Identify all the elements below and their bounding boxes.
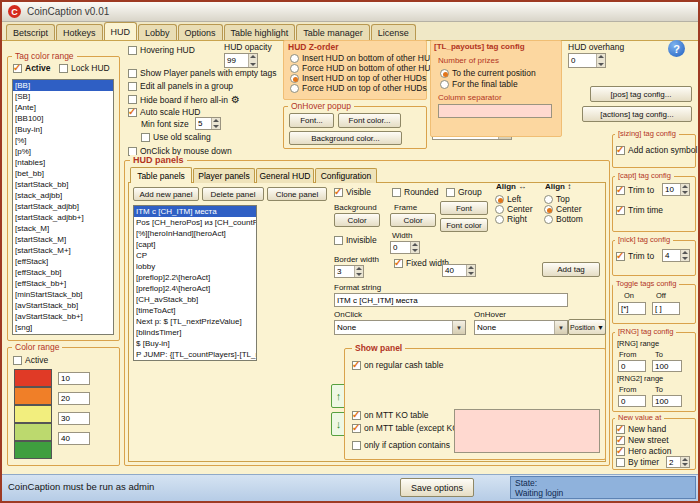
new-street-checkbox[interactable]: New street xyxy=(616,435,669,445)
color-swatch[interactable] xyxy=(14,387,52,405)
zorder-force-top-radio[interactable]: Force HUD on top of other HUDs xyxy=(290,83,427,93)
list-item[interactable]: [effStack_bb+] xyxy=(13,278,113,289)
panel-list-item[interactable]: [blindsTimer] xyxy=(134,327,256,338)
panel-list-item[interactable]: [capt] xyxy=(134,239,256,250)
panel-font-color-button[interactable]: Font color xyxy=(440,218,488,232)
column-separator-input[interactable] xyxy=(438,104,552,118)
tab-table-highlight[interactable]: Table highlight xyxy=(224,24,296,40)
nick-trim-spinner[interactable]: 4 xyxy=(662,249,690,262)
align-hcenter-radio[interactable]: Center xyxy=(495,204,533,214)
font-button[interactable]: Font... xyxy=(289,113,334,128)
spinner-down-icon[interactable] xyxy=(597,61,605,68)
spinner-down-icon[interactable] xyxy=(411,248,419,254)
edit-all-panels-checkbox[interactable]: Edit all panels in a group xyxy=(128,81,233,91)
panel-font-button[interactable]: Font xyxy=(440,201,488,215)
panel-list-item[interactable]: ITM с [CH_ITM] места xyxy=(134,206,256,217)
help-icon[interactable]: ? xyxy=(668,40,685,57)
list-item[interactable]: [startStack_M+] xyxy=(13,245,113,256)
align-top-radio[interactable]: Top xyxy=(544,194,570,204)
only-if-caption-contains-checkbox[interactable]: only if caption contains xyxy=(352,440,450,450)
tab-configuration[interactable]: Configuration xyxy=(315,168,377,183)
color-range-active-checkbox[interactable]: Active xyxy=(13,355,48,365)
nick-trim-to-checkbox[interactable]: Trim to xyxy=(616,251,654,261)
tab-hud[interactable]: HUD xyxy=(104,22,138,40)
list-item[interactable]: [effStack] xyxy=(13,256,113,267)
color-swatch[interactable] xyxy=(14,441,52,459)
tag-active-checkbox[interactable]: Active xyxy=(13,63,51,73)
by-timer-spinner[interactable]: 2 xyxy=(666,456,690,468)
min-font-size-spinner[interactable]: 5 xyxy=(195,117,221,130)
frame-color-picker-button[interactable]: Color xyxy=(390,213,436,227)
format-string-input[interactable]: ITM с [CH_ITM] места xyxy=(334,293,568,307)
list-item[interactable]: [startStack_M] xyxy=(13,234,113,245)
panel-list-item[interactable]: lobby xyxy=(134,261,256,272)
visible-checkbox[interactable]: Visible xyxy=(334,187,371,197)
caption-contains-input[interactable] xyxy=(454,409,600,453)
font-color-button[interactable]: Font color... xyxy=(338,113,401,128)
list-item[interactable]: [stack_M] xyxy=(13,223,113,234)
actions-tag-config-button[interactable]: [actions] tag config... xyxy=(582,106,692,122)
delete-panel-button[interactable]: Delete panel xyxy=(202,187,264,201)
spinner-down-icon[interactable] xyxy=(249,61,257,68)
list-item[interactable]: [avStartStack_bb] xyxy=(13,300,113,311)
spinner-down-icon[interactable] xyxy=(355,272,363,278)
prizes-final-table-radio[interactable]: For the final table xyxy=(440,79,518,89)
on-mtt-ko-table-checkbox[interactable]: on MTT KO table xyxy=(352,410,429,420)
spinner-down-icon[interactable] xyxy=(681,462,689,467)
save-options-button[interactable]: Save options xyxy=(400,478,474,497)
spinner-down-icon[interactable] xyxy=(681,256,689,262)
color-swatch[interactable] xyxy=(14,369,52,387)
fixed-width-checkbox[interactable]: Fixed width xyxy=(394,258,449,268)
list-item[interactable]: [stack_adjbb] xyxy=(13,190,113,201)
panel-list-item[interactable]: [timeToAct] xyxy=(134,305,256,316)
panel-list-item[interactable]: [preflop]2.4\[heroAct] xyxy=(134,283,256,294)
list-item[interactable]: [BB100] xyxy=(13,113,113,124)
panel-list-item[interactable]: P JUMP: {[TL_countPlayers]-[TL_nextPrize… xyxy=(134,349,256,360)
clone-panel-button[interactable]: Clone panel xyxy=(267,187,327,201)
by-timer-checkbox[interactable]: By timer xyxy=(616,457,659,467)
tab-lobby[interactable]: Lobby xyxy=(138,24,177,40)
zorder-insert-top-radio[interactable]: Insert HUD on top of other HUDs xyxy=(290,73,426,83)
capt-trim-to-checkbox[interactable]: Trim to xyxy=(616,185,654,195)
tab-hotkeys[interactable]: Hotkeys xyxy=(56,24,103,40)
onclick-dropdown[interactable]: None xyxy=(334,320,466,335)
list-item[interactable]: [SB] xyxy=(13,91,113,102)
align-right-radio[interactable]: Right xyxy=(495,214,527,224)
toggle-on-input[interactable]: [*] xyxy=(618,302,646,315)
list-item[interactable]: [startStack_bb] xyxy=(13,179,113,190)
align-bottom-radio[interactable]: Bottom xyxy=(544,214,583,224)
new-hand-checkbox[interactable]: New hand xyxy=(616,424,666,434)
tab-options[interactable]: Options xyxy=(178,24,223,40)
list-item[interactable]: [bet_bb] xyxy=(13,168,113,179)
hud-opacity-spinner[interactable]: 99 xyxy=(224,53,258,68)
hovering-hud-checkbox[interactable]: Hovering HUD xyxy=(128,45,195,55)
color-swatch[interactable] xyxy=(14,405,52,423)
hud-overhang-spinner[interactable]: 0 xyxy=(568,53,606,68)
gear-icon[interactable]: ⚙ xyxy=(231,94,240,105)
list-item[interactable]: [startStack_adjbb] xyxy=(13,201,113,212)
rounded-checkbox[interactable]: Rounded xyxy=(392,187,439,197)
panel-list-item[interactable]: [%][heroInHand][heroAct] xyxy=(134,228,256,239)
tab-player-panels[interactable]: Player panels xyxy=(193,168,255,183)
spinner-down-icon[interactable] xyxy=(212,124,220,130)
list-item[interactable]: [p%] xyxy=(13,146,113,157)
border-width-spinner[interactable]: 3 xyxy=(334,265,364,278)
panel-list-item[interactable]: Next p: $ [TL_nextPrizeValue] xyxy=(134,316,256,327)
color-swatch[interactable] xyxy=(14,423,52,441)
position-button[interactable]: Position ▼ xyxy=(568,319,606,335)
rng1-to-input[interactable]: 100 xyxy=(652,360,682,372)
zorder-insert-bottom-radio[interactable]: Insert HUD on bottom of other HUDs xyxy=(290,53,440,63)
use-old-scaling-checkbox[interactable]: Use old scaling xyxy=(141,132,211,142)
range-value-input[interactable]: 40 xyxy=(58,432,90,445)
list-item[interactable]: [effStack_bb] xyxy=(13,267,113,278)
auto-scale-hud-checkbox[interactable]: Auto scale HUD xyxy=(128,107,200,117)
list-item[interactable]: [minStartStack_bb] xyxy=(13,289,113,300)
tab-table-panels[interactable]: Table panels xyxy=(130,167,192,183)
rng2-from-input[interactable]: 0 xyxy=(618,395,646,407)
add-new-panel-button[interactable]: Add new panel xyxy=(133,187,199,201)
on-mtt-table-checkbox[interactable]: on MTT table (except KO) xyxy=(352,423,462,433)
list-item[interactable]: [Buy-in] xyxy=(13,124,113,135)
spinner-down-icon[interactable] xyxy=(681,190,689,196)
range-value-input[interactable]: 20 xyxy=(58,392,90,405)
align-vcenter-radio[interactable]: Center xyxy=(544,204,582,214)
